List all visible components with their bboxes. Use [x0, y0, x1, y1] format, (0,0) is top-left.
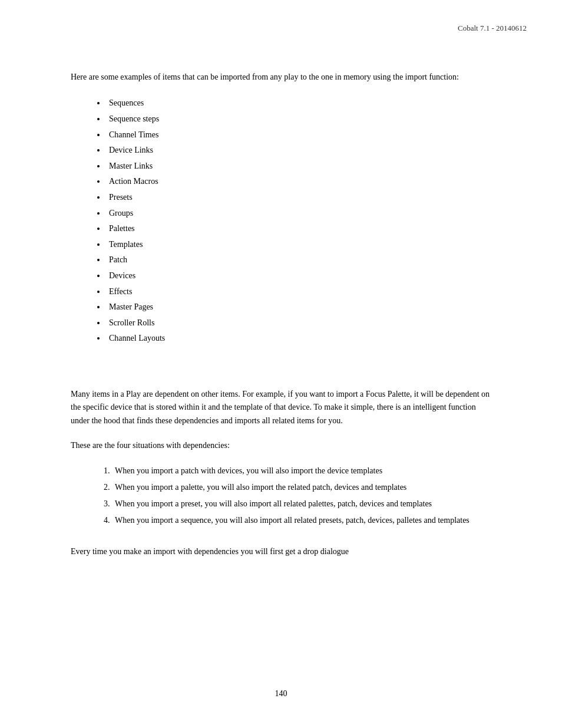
- list-item: Master Links: [106, 159, 491, 174]
- list-item: Action Macros: [106, 174, 491, 190]
- intro-paragraph: Here are some examples of items that can…: [71, 71, 491, 84]
- list-item: Presets: [106, 190, 491, 206]
- content-area: Here are some examples of items that can…: [71, 71, 491, 558]
- list-item: When you import a preset, you will also …: [112, 497, 491, 511]
- list-item: Channel Times: [106, 127, 491, 143]
- list-item: Devices: [106, 268, 491, 284]
- closing-paragraph: Every time you make an import with depen…: [71, 545, 491, 558]
- dependencies-intro: These are the four situations with depen…: [71, 439, 491, 452]
- version-text: Cobalt 7.1 - 20140612: [458, 24, 527, 32]
- list-item: Effects: [106, 284, 491, 300]
- list-item: When you import a palette, you will also…: [112, 480, 491, 495]
- list-item: When you import a sequence, you will als…: [112, 513, 491, 528]
- list-item: Master Pages: [106, 299, 491, 315]
- list-item: Scroller Rolls: [106, 315, 491, 331]
- page-container: Cobalt 7.1 - 20140612 Here are some exam…: [0, 0, 562, 728]
- list-item: Palettes: [106, 221, 491, 237]
- list-item: Sequences: [106, 95, 491, 111]
- bullet-list: SequencesSequence stepsChannel TimesDevi…: [106, 95, 491, 347]
- list-item: Templates: [106, 237, 491, 253]
- list-item: Device Links: [106, 143, 491, 159]
- page-header: Cobalt 7.1 - 20140612: [458, 24, 527, 33]
- list-item: When you import a patch with devices, yo…: [112, 464, 491, 478]
- list-item: Channel Layouts: [106, 331, 491, 347]
- list-item: Sequence steps: [106, 111, 491, 127]
- list-item: Patch: [106, 252, 491, 268]
- page-number: 140: [275, 689, 287, 699]
- list-item: Groups: [106, 206, 491, 222]
- ordered-list: When you import a patch with devices, yo…: [112, 464, 491, 527]
- dependency-paragraph-1: Many items in a Play are dependent on ot…: [71, 388, 491, 427]
